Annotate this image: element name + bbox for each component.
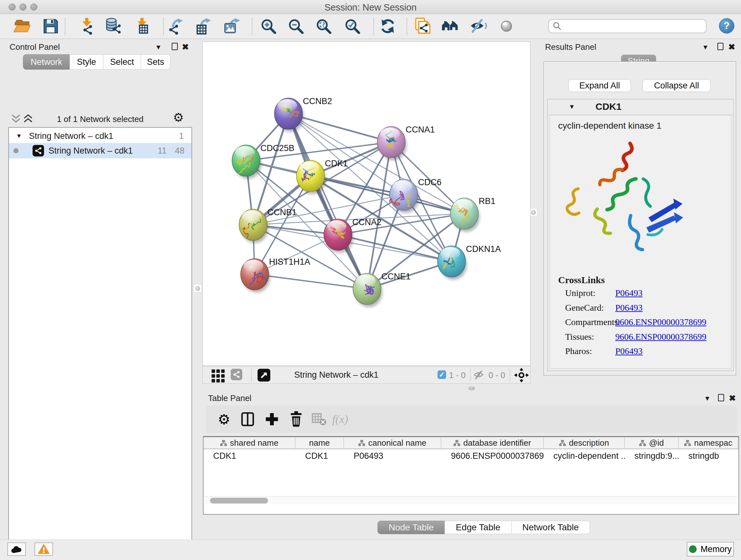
search-input[interactable]: [564, 20, 706, 32]
section-collapse-icon[interactable]: ▼: [569, 103, 575, 111]
hscroll-thumb[interactable]: [210, 498, 268, 503]
gene-section-header[interactable]: ▼ CDK1: [548, 99, 733, 115]
memory-button[interactable]: Memory: [687, 542, 734, 557]
tab-network[interactable]: Network: [23, 54, 70, 70]
column-header-namespac[interactable]: namespac: [679, 437, 738, 449]
crosslink-link[interactable]: 9606.ENSP00000378699: [615, 317, 706, 327]
edge-HIST1H1A-CCNE1[interactable]: [255, 274, 367, 289]
create-column-button[interactable]: [263, 410, 281, 428]
panel-menu-button[interactable]: ▼: [704, 395, 711, 402]
node-CDK1[interactable]: CDK1: [296, 159, 348, 194]
cloud-button[interactable]: [7, 543, 26, 556]
clone-network-button[interactable]: [413, 17, 431, 36]
control-panel-title: Control Panel: [10, 42, 60, 52]
grid-view-icon[interactable]: [212, 369, 225, 382]
detach-view-icon[interactable]: [258, 369, 270, 381]
panel-float-button[interactable]: [718, 43, 724, 51]
node-label-CCNA2: CCNA2: [352, 217, 382, 227]
crosslink-link[interactable]: 9606.ENSP00000378699: [615, 332, 706, 342]
export-network-icon: [167, 17, 185, 35]
node-RB1[interactable]: RB1: [450, 196, 495, 232]
network-collection-row[interactable]: ▼ String Network – cdk1 1: [9, 129, 192, 143]
column-type-icon: [559, 440, 566, 446]
pan-crosshair-icon[interactable]: [514, 368, 529, 382]
zoom-fit-button[interactable]: [314, 17, 333, 36]
houses-button[interactable]: [441, 17, 460, 36]
crosslink-link[interactable]: P06493: [615, 288, 643, 298]
show-all-button[interactable]: [497, 17, 516, 36]
table-row[interactable]: CDK1CDK1P064939606.ENSP00000378699cyclin…: [204, 449, 738, 462]
hide-selected-button[interactable]: [469, 17, 488, 36]
export-table-icon: [195, 17, 212, 35]
network-row-selected[interactable]: String Network – cdk1 11 48: [9, 143, 192, 159]
column-header-canonical-name[interactable]: canonical name: [344, 437, 441, 449]
node-label-CCNB2: CCNB2: [303, 97, 332, 106]
network-canvas[interactable]: CCNB2CCNA1CDC25BCDK1CDC6RB1CCNB1CCNA2CDK…: [202, 42, 530, 366]
node-CDKN1A[interactable]: CDKN1A: [437, 244, 501, 280]
panel-close-button[interactable]: ✖: [182, 42, 189, 52]
save-session-button[interactable]: [42, 17, 60, 36]
tab-sets[interactable]: Sets: [141, 54, 171, 70]
panel-menu-button[interactable]: ▼: [155, 44, 162, 51]
tab-node-table[interactable]: Node Table: [378, 521, 445, 534]
column-header--id[interactable]: @id: [625, 437, 679, 449]
delete-column-button[interactable]: [287, 410, 306, 428]
gear-icon: ⚙: [218, 411, 230, 428]
node-CDC25B[interactable]: CDC25B: [232, 143, 294, 179]
houses-icon: [441, 18, 460, 34]
column-header-description[interactable]: description: [544, 437, 625, 449]
selected-nodes-checkbox[interactable]: ✓: [437, 370, 446, 379]
table-gear-button[interactable]: ⚙: [215, 410, 233, 428]
warning-button[interactable]: [35, 543, 53, 556]
tab-style[interactable]: Style: [70, 54, 104, 70]
collapse-triangle-icon[interactable]: ▼: [16, 132, 22, 139]
zoom-out-button[interactable]: [286, 17, 305, 36]
node-CDC6[interactable]: CDC6: [390, 178, 442, 213]
collapse-all-button[interactable]: Collapse All: [643, 79, 711, 92]
panel-menu-button[interactable]: ▼: [702, 44, 709, 51]
tab-edge-table[interactable]: Edge Table: [445, 521, 512, 534]
help-button[interactable]: ?: [719, 18, 734, 34]
panel-float-button[interactable]: [718, 394, 724, 402]
column-header-shared-name[interactable]: shared name: [204, 437, 295, 449]
network-list: ▼ String Network – cdk1 1 String Network…: [8, 127, 192, 560]
crosslink-link[interactable]: P06493: [615, 303, 643, 313]
crosslink-link[interactable]: P06493: [615, 346, 643, 356]
open-session-button[interactable]: [13, 17, 31, 36]
column-type-icon: [358, 440, 365, 446]
import-network-button[interactable]: [77, 17, 96, 36]
apply-layout-button[interactable]: [379, 17, 397, 36]
import-table-button[interactable]: [133, 17, 151, 36]
export-table-button[interactable]: [194, 17, 213, 36]
node-CCNA2[interactable]: CCNA2: [324, 217, 382, 253]
export-image-button[interactable]: [223, 17, 241, 36]
node-CCNE1[interactable]: CCNE1: [353, 272, 411, 307]
column-header-name[interactable]: name: [295, 437, 344, 449]
panel-close-button[interactable]: ✖: [728, 42, 735, 52]
gear-icon[interactable]: ⚙: [173, 111, 184, 125]
import-network-from-database-button[interactable]: [105, 17, 123, 36]
table-hscrollbar[interactable]: [204, 496, 738, 504]
column-label: shared name: [230, 438, 279, 448]
show-columns-button[interactable]: [239, 410, 257, 428]
table-panel: Table Panel ▼ ✖ ⚙: [202, 391, 741, 540]
window-titlebar: Session: New Session: [0, 0, 741, 14]
network-share-icon[interactable]: [231, 369, 242, 380]
left-splitter-grip[interactable]: [193, 284, 202, 293]
panel-close-button[interactable]: ✖: [729, 393, 736, 403]
zoom-in-button[interactable]: [259, 17, 278, 36]
expand-all-button[interactable]: Expand All: [568, 79, 631, 92]
node-HIST1H1A[interactable]: HIST1H1A: [241, 257, 310, 293]
node-label-CDC25B: CDC25B: [260, 143, 294, 153]
tab-network-table[interactable]: Network Table: [511, 521, 590, 534]
node-CCNA1[interactable]: CCNA1: [377, 125, 435, 160]
tab-select[interactable]: Select: [103, 54, 141, 70]
panel-float-button[interactable]: [172, 43, 178, 51]
column-header-database-identifier[interactable]: database identifier: [441, 437, 544, 449]
node-label-CCNB1: CCNB1: [267, 207, 297, 217]
gene-name: CDK1: [596, 101, 622, 112]
horizontal-splitter-grip[interactable]: [468, 387, 475, 390]
export-network-button[interactable]: [167, 17, 185, 36]
node-CCNB1[interactable]: CCNB1: [239, 207, 297, 243]
zoom-selected-button[interactable]: [343, 17, 361, 36]
